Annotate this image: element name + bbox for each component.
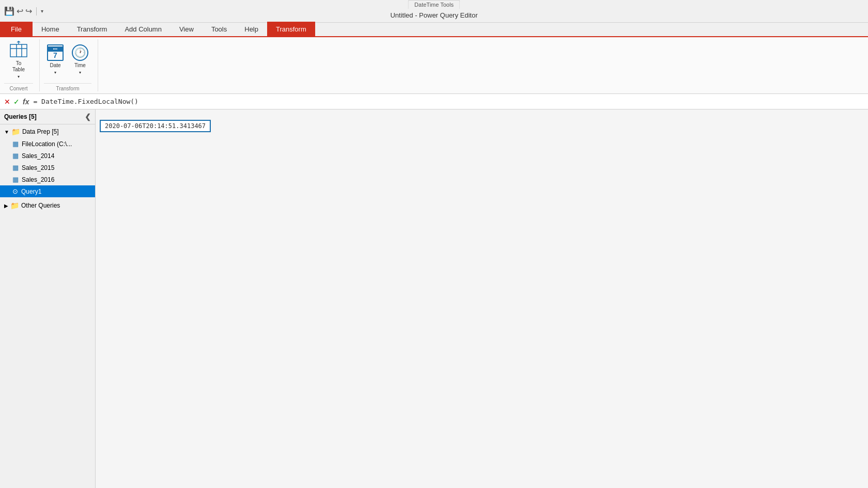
convert-buttons: ToTable ▾ xyxy=(4,39,33,83)
dataprep-label: Data Prep [5] xyxy=(22,128,59,135)
svg-rect-0 xyxy=(10,44,27,57)
query-group-other: ▶ 📁 Other Queries xyxy=(0,198,95,213)
query-group-dataprep-header[interactable]: ▼ 📁 Data Prep [5] xyxy=(0,125,95,138)
main-area: Queries [5] ❮ ▼ 📁 Data Prep [5] ▦ FileLo… xyxy=(0,109,868,488)
folder-yellow-icon: 📁 xyxy=(11,128,20,136)
data-cell[interactable]: 2020-07-06T20:14:51.3413467 xyxy=(100,120,211,132)
query-group-other-header[interactable]: ▶ 📁 Other Queries xyxy=(0,199,95,212)
query-item-sales2014[interactable]: ▦ Sales_2014 xyxy=(0,150,95,162)
to-table-label: ToTable xyxy=(12,60,25,73)
table-icon-sales2016: ▦ xyxy=(12,176,19,183)
expand-icon: ▼ xyxy=(4,129,9,135)
sidebar-collapse-button[interactable]: ❮ xyxy=(85,113,91,121)
folder-light-icon: 📁 xyxy=(10,201,19,210)
formula-confirm-icon[interactable]: ✓ xyxy=(13,98,20,106)
date-button[interactable]: ▪▪▪ 7 Date ▾ xyxy=(44,41,67,77)
query-item-query1[interactable]: ⊙ Query1 xyxy=(0,185,95,197)
formula-icons: ✕ ✓ fx xyxy=(4,98,29,106)
toolbar-divider xyxy=(36,7,37,15)
tab-view[interactable]: View xyxy=(171,22,203,36)
datetime-tools-label: DateTime Tools xyxy=(408,0,460,9)
formula-fx-icon[interactable]: fx xyxy=(23,98,29,106)
tab-help[interactable]: Help xyxy=(236,22,267,36)
sales2016-label: Sales_2016 xyxy=(22,176,54,183)
formula-input[interactable]: = DateTime.FixedLocalNow() xyxy=(33,98,864,105)
sidebar: Queries [5] ❮ ▼ 📁 Data Prep [5] ▦ FileLo… xyxy=(0,109,96,488)
table-icon-sales2014: ▦ xyxy=(12,152,19,160)
time-label: Time xyxy=(74,62,86,69)
quick-access-toolbar: 💾 ↩ ↪ ▾ xyxy=(4,6,43,16)
tab-transform-active[interactable]: Transform xyxy=(267,22,315,36)
table-icon-filelocation: ▦ xyxy=(12,140,19,148)
to-table-icon xyxy=(9,40,28,59)
date-icon: ▪▪▪ 7 xyxy=(47,44,64,61)
time-icon: 🕐 xyxy=(72,44,88,61)
query-item-sales2015[interactable]: ▦ Sales_2015 xyxy=(0,162,95,174)
other-queries-label: Other Queries xyxy=(21,202,60,209)
ribbon-group-transform: ▪▪▪ 7 Date ▾ 🕐 Time ▾ Transform xyxy=(44,39,98,91)
ribbon: ToTable ▾ Convert ▪▪▪ 7 Date ▾ xyxy=(0,37,868,94)
formula-cancel-icon[interactable]: ✕ xyxy=(4,98,10,106)
time-button[interactable]: 🕐 Time ▾ xyxy=(69,41,91,77)
sales2015-label: Sales_2015 xyxy=(22,164,54,171)
tab-transform[interactable]: Transform xyxy=(68,22,116,36)
query-item-filelocation[interactable]: ▦ FileLocation (C:\... xyxy=(0,138,95,150)
convert-group-label: Convert xyxy=(4,83,33,91)
query-group-dataprep: ▼ 📁 Data Prep [5] ▦ FileLocation (C:\...… xyxy=(0,124,95,198)
time-chevron: ▾ xyxy=(79,70,81,75)
window-title-section: DateTime Tools Untitled - Power Query Ed… xyxy=(390,0,477,22)
queries-label: Queries [5] xyxy=(4,113,37,120)
other-expand-icon: ▶ xyxy=(4,203,8,209)
query1-icon: ⊙ xyxy=(12,187,18,195)
transform-group-label: Transform xyxy=(44,83,91,91)
date-chevron: ▾ xyxy=(54,70,56,75)
tab-home[interactable]: Home xyxy=(33,22,68,36)
title-bar: 💾 ↩ ↪ ▾ DateTime Tools Untitled - Power … xyxy=(0,0,868,23)
undo-icon[interactable]: ↩ xyxy=(17,6,23,16)
save-icon[interactable]: 💾 xyxy=(4,6,14,16)
ribbon-tabs: File Home Transform Add Column View Tool… xyxy=(0,23,868,37)
to-table-button[interactable]: ToTable ▾ xyxy=(4,41,33,77)
sidebar-header: Queries [5] ❮ xyxy=(0,109,95,124)
date-label: Date xyxy=(50,62,60,69)
sales2014-label: Sales_2014 xyxy=(22,152,54,160)
window-title: Untitled - Power Query Editor xyxy=(390,9,477,22)
query1-label: Query1 xyxy=(21,188,41,195)
table-icon-sales2015: ▦ xyxy=(12,164,19,171)
to-table-chevron: ▾ xyxy=(18,74,20,79)
filelocation-label: FileLocation (C:\... xyxy=(22,140,72,148)
redo-icon[interactable]: ↪ xyxy=(25,6,32,16)
content-area: 2020-07-06T20:14:51.3413467 xyxy=(96,109,868,488)
formula-bar: ✕ ✓ fx = DateTime.FixedLocalNow() xyxy=(0,94,868,109)
transform-buttons: ▪▪▪ 7 Date ▾ 🕐 Time ▾ xyxy=(44,39,91,83)
tab-add-column[interactable]: Add Column xyxy=(116,22,171,36)
dropdown-icon[interactable]: ▾ xyxy=(41,8,43,14)
tab-tools[interactable]: Tools xyxy=(203,22,236,36)
query-item-sales2016[interactable]: ▦ Sales_2016 xyxy=(0,174,95,185)
ribbon-group-convert: ToTable ▾ Convert xyxy=(4,39,40,91)
tab-file[interactable]: File xyxy=(0,22,33,36)
